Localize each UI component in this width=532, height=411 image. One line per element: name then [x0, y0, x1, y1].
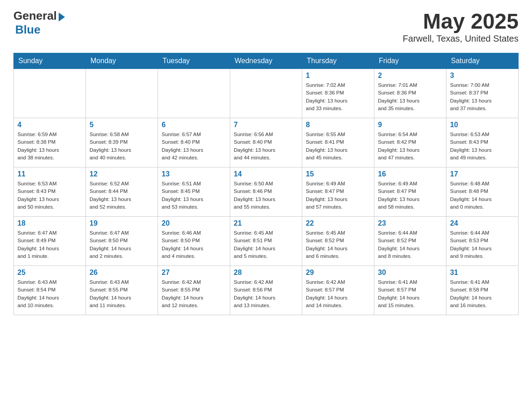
- day-number: 30: [378, 269, 442, 277]
- day-info: Sunrise: 6:42 AMSunset: 8:57 PMDaylight:…: [306, 278, 370, 309]
- day-number: 28: [234, 269, 298, 277]
- day-info: Sunrise: 6:54 AMSunset: 8:42 PMDaylight:…: [378, 131, 442, 162]
- day-number: 31: [450, 269, 515, 277]
- day-number: 4: [17, 121, 82, 129]
- day-number: 16: [378, 170, 442, 178]
- day-number: 15: [306, 170, 370, 178]
- calendar-cell: 19Sunrise: 6:47 AMSunset: 8:50 PMDayligh…: [86, 217, 158, 266]
- calendar-cell: 2Sunrise: 7:01 AMSunset: 8:36 PMDaylight…: [374, 69, 446, 118]
- day-info: Sunrise: 6:51 AMSunset: 8:45 PMDaylight:…: [162, 180, 226, 211]
- calendar-cell: 10Sunrise: 6:53 AMSunset: 8:43 PMDayligh…: [446, 118, 519, 167]
- location-subtitle: Farwell, Texas, United States: [403, 34, 519, 44]
- day-number: 1: [306, 72, 370, 80]
- calendar-cell: 27Sunrise: 6:42 AMSunset: 8:55 PMDayligh…: [158, 266, 230, 315]
- col-header-saturday: Saturday: [446, 53, 519, 69]
- calendar-cell: 30Sunrise: 6:41 AMSunset: 8:57 PMDayligh…: [374, 266, 446, 315]
- calendar-cell: 14Sunrise: 6:50 AMSunset: 8:46 PMDayligh…: [230, 167, 302, 217]
- calendar-cell: 16Sunrise: 6:49 AMSunset: 8:47 PMDayligh…: [374, 167, 446, 217]
- col-header-thursday: Thursday: [302, 53, 374, 69]
- day-number: 24: [450, 219, 515, 227]
- logo-blue-text: Blue: [15, 23, 40, 37]
- day-info: Sunrise: 6:43 AMSunset: 8:55 PMDaylight:…: [90, 278, 154, 309]
- calendar-cell: 24Sunrise: 6:44 AMSunset: 8:53 PMDayligh…: [446, 217, 519, 266]
- calendar-cell: 13Sunrise: 6:51 AMSunset: 8:45 PMDayligh…: [158, 167, 230, 217]
- logo-general-text: General: [13, 9, 57, 23]
- day-info: Sunrise: 6:48 AMSunset: 8:48 PMDaylight:…: [450, 180, 515, 211]
- calendar-cell: [86, 69, 158, 118]
- day-info: Sunrise: 6:41 AMSunset: 8:57 PMDaylight:…: [378, 278, 442, 309]
- calendar-cell: 7Sunrise: 6:56 AMSunset: 8:40 PMDaylight…: [230, 118, 302, 167]
- calendar-table: SundayMondayTuesdayWednesdayThursdayFrid…: [13, 53, 519, 315]
- calendar-cell: 28Sunrise: 6:42 AMSunset: 8:56 PMDayligh…: [230, 266, 302, 315]
- col-header-friday: Friday: [374, 53, 446, 69]
- day-number: 7: [234, 121, 298, 129]
- week-row-1: 1Sunrise: 7:02 AMSunset: 8:36 PMDaylight…: [14, 69, 519, 118]
- calendar-cell: 12Sunrise: 6:52 AMSunset: 8:44 PMDayligh…: [86, 167, 158, 217]
- calendar-cell: 1Sunrise: 7:02 AMSunset: 8:36 PMDaylight…: [302, 69, 374, 118]
- calendar-cell: 9Sunrise: 6:54 AMSunset: 8:42 PMDaylight…: [374, 118, 446, 167]
- col-header-sunday: Sunday: [14, 53, 86, 69]
- calendar-header-row: SundayMondayTuesdayWednesdayThursdayFrid…: [14, 53, 519, 69]
- day-info: Sunrise: 6:41 AMSunset: 8:58 PMDaylight:…: [450, 278, 515, 309]
- calendar-cell: 20Sunrise: 6:46 AMSunset: 8:50 PMDayligh…: [158, 217, 230, 266]
- day-info: Sunrise: 6:47 AMSunset: 8:49 PMDaylight:…: [17, 229, 82, 260]
- day-info: Sunrise: 7:00 AMSunset: 8:37 PMDaylight:…: [450, 81, 515, 112]
- calendar-cell: 17Sunrise: 6:48 AMSunset: 8:48 PMDayligh…: [446, 167, 519, 217]
- calendar-cell: 25Sunrise: 6:43 AMSunset: 8:54 PMDayligh…: [14, 266, 86, 315]
- day-info: Sunrise: 6:59 AMSunset: 8:38 PMDaylight:…: [17, 131, 82, 162]
- day-number: 25: [17, 269, 82, 277]
- calendar-cell: 22Sunrise: 6:45 AMSunset: 8:52 PMDayligh…: [302, 217, 374, 266]
- day-number: 19: [90, 219, 154, 227]
- calendar-cell: 18Sunrise: 6:47 AMSunset: 8:49 PMDayligh…: [14, 217, 86, 266]
- day-info: Sunrise: 6:57 AMSunset: 8:40 PMDaylight:…: [162, 131, 226, 162]
- day-number: 5: [90, 121, 154, 129]
- day-number: 23: [378, 219, 442, 227]
- day-number: 27: [162, 269, 226, 277]
- day-info: Sunrise: 6:53 AMSunset: 8:43 PMDaylight:…: [450, 131, 515, 162]
- week-row-5: 25Sunrise: 6:43 AMSunset: 8:54 PMDayligh…: [14, 266, 519, 315]
- calendar-cell: 3Sunrise: 7:00 AMSunset: 8:37 PMDaylight…: [446, 69, 519, 118]
- day-number: 11: [17, 170, 82, 178]
- day-number: 9: [378, 121, 442, 129]
- calendar-cell: 8Sunrise: 6:55 AMSunset: 8:41 PMDaylight…: [302, 118, 374, 167]
- title-block: May 2025 Farwell, Texas, United States: [403, 9, 519, 44]
- day-number: 13: [162, 170, 226, 178]
- day-number: 21: [234, 219, 298, 227]
- calendar-cell: 4Sunrise: 6:59 AMSunset: 8:38 PMDaylight…: [14, 118, 86, 167]
- logo-arrow-icon: [59, 13, 65, 21]
- day-info: Sunrise: 6:49 AMSunset: 8:47 PMDaylight:…: [378, 180, 442, 211]
- month-year-title: May 2025: [403, 9, 519, 34]
- day-number: 2: [378, 72, 442, 80]
- day-info: Sunrise: 6:44 AMSunset: 8:53 PMDaylight:…: [450, 229, 515, 260]
- logo: General Blue: [13, 9, 65, 37]
- day-info: Sunrise: 6:58 AMSunset: 8:39 PMDaylight:…: [90, 131, 154, 162]
- day-info: Sunrise: 6:52 AMSunset: 8:44 PMDaylight:…: [90, 180, 154, 211]
- day-number: 26: [90, 269, 154, 277]
- page-header: General Blue May 2025 Farwell, Texas, Un…: [13, 9, 519, 44]
- day-info: Sunrise: 6:53 AMSunset: 8:43 PMDaylight:…: [17, 180, 82, 211]
- calendar-cell: 21Sunrise: 6:45 AMSunset: 8:51 PMDayligh…: [230, 217, 302, 266]
- calendar-cell: 5Sunrise: 6:58 AMSunset: 8:39 PMDaylight…: [86, 118, 158, 167]
- day-number: 14: [234, 170, 298, 178]
- col-header-wednesday: Wednesday: [230, 53, 302, 69]
- week-row-4: 18Sunrise: 6:47 AMSunset: 8:49 PMDayligh…: [14, 217, 519, 266]
- day-info: Sunrise: 6:49 AMSunset: 8:47 PMDaylight:…: [306, 180, 370, 211]
- day-number: 18: [17, 219, 82, 227]
- day-info: Sunrise: 6:56 AMSunset: 8:40 PMDaylight:…: [234, 131, 298, 162]
- calendar-cell: [158, 69, 230, 118]
- calendar-cell: 31Sunrise: 6:41 AMSunset: 8:58 PMDayligh…: [446, 266, 519, 315]
- calendar-cell: [230, 69, 302, 118]
- day-number: 3: [450, 72, 515, 80]
- day-number: 12: [90, 170, 154, 178]
- day-info: Sunrise: 6:42 AMSunset: 8:55 PMDaylight:…: [162, 278, 226, 309]
- day-number: 8: [306, 121, 370, 129]
- calendar-cell: 6Sunrise: 6:57 AMSunset: 8:40 PMDaylight…: [158, 118, 230, 167]
- day-info: Sunrise: 6:42 AMSunset: 8:56 PMDaylight:…: [234, 278, 298, 309]
- day-number: 22: [306, 219, 370, 227]
- day-info: Sunrise: 6:47 AMSunset: 8:50 PMDaylight:…: [90, 229, 154, 260]
- day-number: 20: [162, 219, 226, 227]
- day-info: Sunrise: 6:55 AMSunset: 8:41 PMDaylight:…: [306, 131, 370, 162]
- calendar-cell: 23Sunrise: 6:44 AMSunset: 8:52 PMDayligh…: [374, 217, 446, 266]
- calendar-cell: 15Sunrise: 6:49 AMSunset: 8:47 PMDayligh…: [302, 167, 374, 217]
- week-row-2: 4Sunrise: 6:59 AMSunset: 8:38 PMDaylight…: [14, 118, 519, 167]
